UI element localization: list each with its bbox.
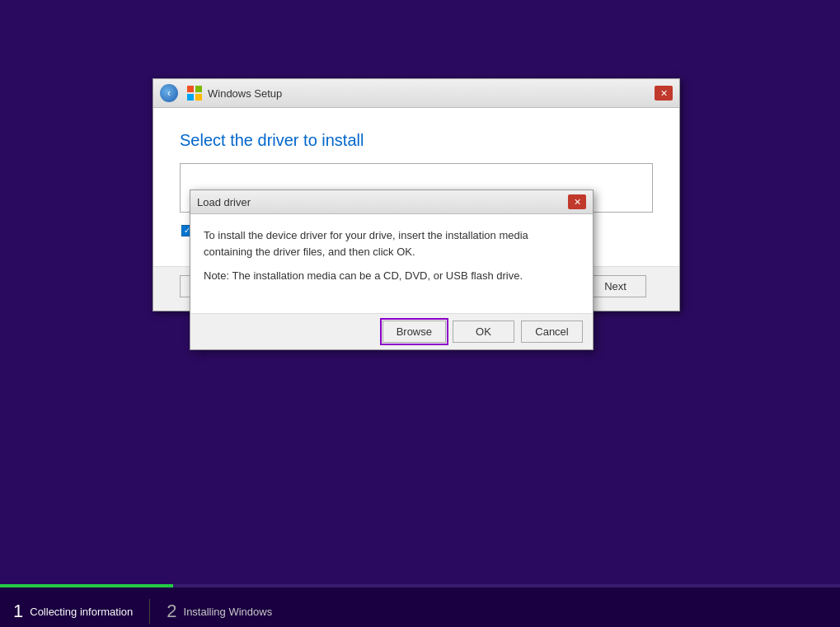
windows-flag-icon bbox=[186, 85, 203, 101]
progress-track bbox=[0, 584, 840, 587]
step-1-label: Collecting information bbox=[30, 606, 133, 618]
load-driver-text-2: Note: The installation media can be a CD… bbox=[204, 268, 580, 284]
back-button[interactable]: ‹ bbox=[160, 84, 178, 102]
load-driver-ok-button[interactable]: OK bbox=[453, 321, 514, 343]
load-driver-title: Load driver bbox=[197, 196, 568, 208]
step-2-label: Installing Windows bbox=[184, 606, 273, 618]
step-separator bbox=[149, 599, 150, 624]
window-title: Windows Setup bbox=[208, 87, 650, 100]
section-title: Select the driver to install bbox=[180, 131, 653, 150]
load-driver-cancel-button[interactable]: Cancel bbox=[521, 321, 583, 343]
step-items: 1 Collecting information 2 Installing Wi… bbox=[0, 591, 840, 627]
load-driver-body: To install the device driver for your dr… bbox=[190, 214, 593, 313]
load-driver-title-bar: Load driver ✕ bbox=[190, 190, 593, 214]
svg-rect-3 bbox=[195, 94, 202, 101]
load-driver-dialog: Load driver ✕ To install the device driv… bbox=[190, 190, 594, 350]
load-driver-close-button[interactable]: ✕ bbox=[568, 194, 586, 209]
step-2-number: 2 bbox=[167, 602, 176, 620]
step-1: 1 Collecting information bbox=[0, 596, 146, 627]
bottom-taskbar: 1 Collecting information 2 Installing Wi… bbox=[0, 584, 840, 627]
load-driver-footer: Browse OK Cancel bbox=[190, 313, 593, 349]
svg-rect-0 bbox=[187, 86, 194, 92]
load-driver-text-1: To install the device driver for your dr… bbox=[204, 227, 580, 260]
step-1-number: 1 bbox=[13, 602, 23, 620]
svg-rect-2 bbox=[187, 94, 194, 101]
progress-fill bbox=[0, 584, 173, 587]
close-button[interactable]: ✕ bbox=[655, 86, 673, 101]
step-2: 2 Installing Windows bbox=[153, 596, 285, 627]
svg-rect-1 bbox=[195, 86, 202, 92]
title-bar: ‹ Windows Setup ✕ bbox=[153, 79, 679, 108]
next-button[interactable]: Next bbox=[584, 275, 646, 297]
load-driver-browse-button[interactable]: Browse bbox=[382, 321, 446, 343]
